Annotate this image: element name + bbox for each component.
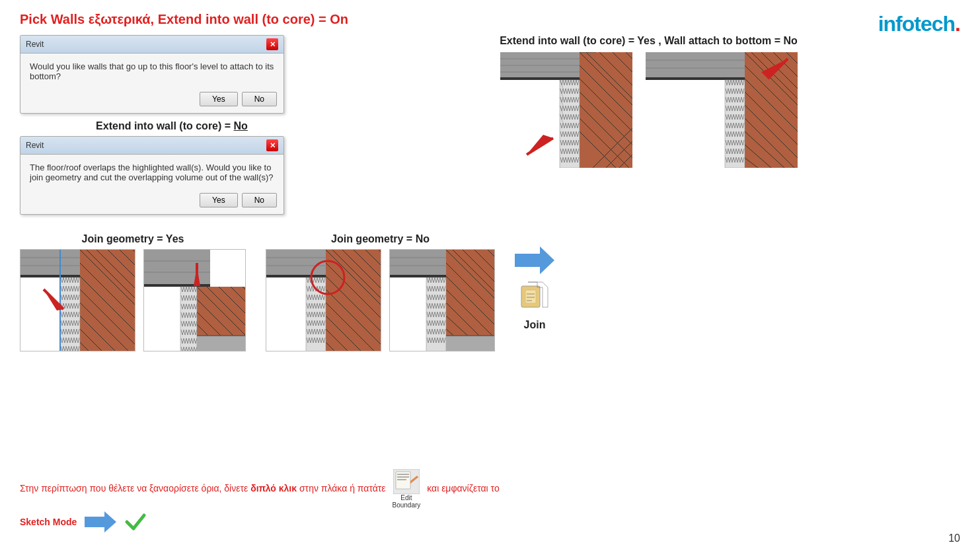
join-geometry-section: Join geometry = Yes [20,227,960,351]
dialog1-titlebar: Revit ✕ [20,36,283,54]
dialog2-buttons: Yes No [20,188,283,214]
extend-no-label: Extend into wall (to core) = No [20,120,324,132]
left-column: Revit ✕ Would you like walls that go up … [20,35,324,221]
svg-rect-74 [144,250,210,284]
join-no-diagrams [266,249,495,351]
dialog2-title: Revit [26,141,44,150]
dialog1-buttons: Yes No [20,87,283,113]
blue-right-arrow [515,246,554,274]
dialog2-no-button[interactable]: No [242,193,277,207]
logo: infotech. [878,12,960,36]
extend-yes-diagrams [337,52,960,168]
main-content: Revit ✕ Would you like walls that go up … [20,35,960,221]
bottom-kai-text: και εμφανίζεται το [427,483,499,494]
sketch-mode-label: Sketch Mode [20,517,77,527]
svg-rect-138 [525,290,536,303]
join-no-group: Join geometry = No [266,227,495,351]
join-yes-diagram2 [143,249,246,351]
dialog2-message: The floor/roof overlaps the highlighted … [30,163,274,182]
join-no-diagram2 [389,249,495,351]
dialog2-close-button[interactable]: ✕ [266,139,278,151]
join-yes-diagram1 [20,249,135,351]
join-yes-label: Join geometry = Yes [82,233,184,245]
dialog1-no-button[interactable]: No [242,92,277,106]
join-icon-area: Join [515,246,554,331]
bottom-text-line1-end: στην πλάκα ή πατάτε [299,483,386,494]
bottom-line1: Στην περίπτωση που θέλετε να ξαναορίσετε… [20,469,927,509]
svg-rect-91 [197,336,246,351]
join-yes-diagrams [20,249,246,351]
bottom-text-area: Στην περίπτωση που θέλετε να ξαναορίσετε… [20,469,927,533]
dialog1-close-button[interactable]: ✕ [266,38,278,50]
dialog1-yes-button[interactable]: Yes [200,92,238,106]
svg-rect-75 [144,284,210,287]
edit-boundary-label: EditBoundary [393,494,421,509]
sketch-blue-arrow [85,511,116,533]
extend-yes-label: Extend into wall (to core) = Yes , Wall … [337,35,960,47]
page-number: 10 [948,533,960,544]
svg-marker-136 [515,246,554,274]
dialog2-titlebar: Revit ✕ [20,137,283,155]
dialog1-title: Revit [26,40,44,49]
dialog2-body: The floor/roof overlaps the highlighted … [20,155,283,188]
diagram-extend-yes-left [500,52,632,168]
join-yes-group: Join geometry = Yes [20,227,246,351]
page-container: infotech. Pick Walls εξωτερικά, Extend i… [0,0,980,551]
green-checkmark [124,511,147,533]
logo-dot: . [955,12,960,36]
join-label: Join [524,319,546,331]
join-tool-icon [519,281,550,312]
dialog2-yes-button[interactable]: Yes [200,193,238,207]
dialog-join-geometry: Revit ✕ The floor/roof overlaps the high… [20,136,284,215]
bottom-text-line1: Στην περίπτωση που θέλετε να ξαναορίσετε… [20,483,250,494]
edit-boundary-icon [393,469,420,494]
join-no-diagram1 [266,249,381,351]
logo-text: infotech [878,12,955,36]
sketch-mode-row: Sketch Mode [20,511,927,533]
extend-no-value: No [234,120,248,131]
right-column: Extend into wall (to core) = Yes , Wall … [337,35,960,221]
page-title: Pick Walls εξωτερικά, Extend into wall (… [20,12,960,27]
dialog1-message: Would you like walls that go up to this … [30,61,274,81]
svg-rect-134 [446,336,495,351]
dialog1-body: Would you like walls that go up to this … [20,54,283,87]
edit-boundary-inline: EditBoundary [393,469,421,509]
dialog-attach-bottom: Revit ✕ Would you like walls that go up … [20,35,284,114]
bottom-text-bold: διπλό κλικ [250,483,297,494]
join-no-label: Join geometry = No [331,233,430,245]
diagram-extend-yes-right [646,52,798,168]
svg-marker-150 [85,511,116,533]
